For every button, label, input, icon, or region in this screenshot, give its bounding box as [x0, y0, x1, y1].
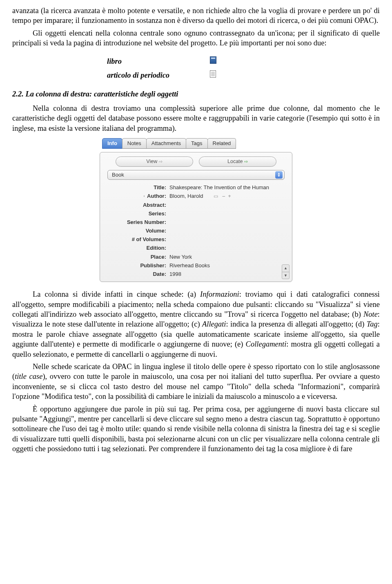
arrow-right-icon: ⇨ — [159, 159, 163, 164]
field-value-place[interactable]: New York — [168, 253, 289, 261]
legend-label-article: articolo di periodico — [107, 69, 209, 82]
tab-info[interactable]: Info — [102, 138, 122, 149]
paragraph-3: Nella colonna di destra troviamo una com… — [12, 103, 380, 133]
paragraph-4: La colonna si divide infatti in cinque s… — [12, 289, 380, 359]
tab-notes[interactable]: Notes — [122, 138, 147, 149]
scroll-up-icon[interactable]: ▲ — [282, 265, 289, 272]
field-value-numvolumes[interactable] — [168, 235, 289, 244]
item-type-value: Book — [112, 171, 124, 178]
field-row-edition: Edition: — [103, 244, 289, 252]
arrow-right-green-icon: ⇨ — [244, 159, 248, 164]
field-value-date[interactable]: 1998 — [169, 271, 181, 277]
legend-row-article: articolo di periodico — [107, 69, 216, 82]
author-swap-icon[interactable]: ▭ — [214, 193, 218, 199]
author-remove-icon[interactable]: – — [223, 193, 225, 199]
select-stepper-icon: ▲▼ — [275, 171, 283, 179]
author-add-icon[interactable]: + — [228, 193, 231, 199]
field-value-series[interactable] — [168, 209, 289, 218]
tab-bar: Info Notes Attachments Tags Related — [100, 138, 292, 149]
field-value-title[interactable]: Shakespeare: The Invention of the Human — [168, 183, 289, 192]
field-row-abstract: Abstract: — [103, 201, 289, 209]
scroll-down-icon[interactable]: ▼ — [282, 272, 289, 279]
tab-tags[interactable]: Tags — [186, 138, 207, 149]
field-row-place: Place:New York — [103, 253, 289, 261]
legend-label-book: libro — [107, 55, 209, 68]
paragraph-2: Gli oggetti elencati nella colonna centr… — [12, 28, 380, 48]
zotero-info-panel: Info Notes Attachments Tags Related View… — [100, 138, 292, 282]
field-row-publisher: Publisher:Riverhead Books — [103, 261, 289, 270]
field-row-seriesnum: Series Number: — [103, 218, 289, 226]
field-value-abstract[interactable] — [168, 201, 289, 209]
paragraph-1: avanzata (la ricerca avanzata è molto po… — [12, 6, 380, 26]
panel-body: View ⇨ Locate ⇨ Book ▲▼ Title:Shakespear… — [100, 152, 292, 282]
field-value-volume[interactable] — [168, 226, 289, 235]
tab-related[interactable]: Related — [207, 138, 236, 149]
paragraph-5: Nelle schede scaricate da OPAC in lingua… — [12, 362, 380, 402]
field-row-series: Series: — [103, 209, 289, 218]
field-row-volume: Volume: — [103, 226, 289, 235]
icon-legend: libro articolo di periodico — [106, 54, 217, 83]
fields-table: Title:Shakespeare: The Invention of the … — [103, 183, 289, 278]
field-row-date: Date:1998y — [103, 270, 289, 278]
scrollbar[interactable]: ▲ ▼ — [282, 264, 290, 279]
field-value-edition[interactable] — [168, 244, 289, 252]
book-icon — [210, 56, 216, 64]
paragraph-6: È opportuno aggiungere due parole in più… — [12, 404, 380, 454]
field-value-seriesnum[interactable] — [168, 218, 289, 226]
field-row-title: Title:Shakespeare: The Invention of the … — [103, 183, 289, 192]
legend-row-book: libro — [107, 55, 216, 68]
document-icon — [210, 70, 216, 78]
field-value-publisher[interactable]: Riverhead Books — [168, 261, 289, 270]
tab-attachments[interactable]: Attachments — [146, 138, 186, 149]
item-type-select[interactable]: Book ▲▼ — [107, 170, 285, 180]
field-value-author[interactable]: Bloom, Harold — [169, 193, 203, 199]
locate-button[interactable]: Locate ⇨ — [199, 157, 276, 167]
drag-handle-icon[interactable] — [143, 194, 145, 198]
field-row-numvolumes: # of Volumes: — [103, 235, 289, 244]
field-row-author: Author:Bloom, Harold ▭ – + — [103, 192, 289, 201]
view-button[interactable]: View ⇨ — [116, 157, 193, 167]
section-heading-22: 2.2. La colonna di destra: caratteristic… — [12, 89, 380, 99]
